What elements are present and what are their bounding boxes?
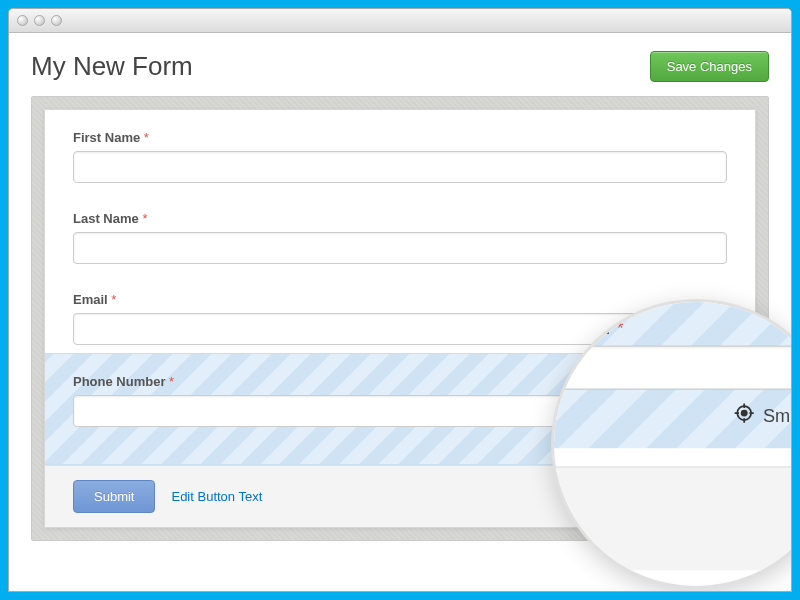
submit-button[interactable]: Submit (73, 480, 155, 513)
smart-field-tag[interactable]: Smart Field (73, 435, 727, 450)
minimize-icon[interactable] (34, 15, 45, 26)
field-first-name[interactable]: First Name * (45, 110, 755, 191)
label-text: First Name (73, 130, 140, 145)
smart-field-label: Smart Field (661, 435, 727, 450)
label-text: Last Name (73, 211, 139, 226)
required-marker: * (142, 211, 147, 226)
phone-label: Phone Number * (73, 374, 727, 389)
form-canvas: First Name * Last Name * Email * (31, 96, 769, 541)
form-footer: Submit Edit Button Text (45, 465, 755, 527)
svg-point-1 (647, 441, 651, 445)
page-content: My New Form Save Changes First Name * La… (9, 33, 791, 541)
page-title: My New Form (31, 51, 193, 82)
required-marker: * (144, 130, 149, 145)
required-marker: * (111, 292, 116, 307)
last-name-input[interactable] (73, 232, 727, 264)
email-input[interactable] (73, 313, 727, 345)
required-marker: * (169, 374, 174, 389)
window-titlebar (9, 9, 791, 33)
close-icon[interactable] (17, 15, 28, 26)
browser-window: My New Form Save Changes First Name * La… (8, 8, 792, 592)
label-text: Email (73, 292, 108, 307)
phone-input[interactable] (73, 395, 727, 427)
email-label: Email * (73, 292, 727, 307)
first-name-label: First Name * (73, 130, 727, 145)
first-name-input[interactable] (73, 151, 727, 183)
edit-button-text-link[interactable]: Edit Button Text (171, 489, 262, 504)
zoom-icon[interactable] (51, 15, 62, 26)
field-last-name[interactable]: Last Name * (45, 191, 755, 272)
last-name-label: Last Name * (73, 211, 727, 226)
form-panel: First Name * Last Name * Email * (44, 109, 756, 528)
target-icon (642, 436, 656, 450)
field-phone-number[interactable]: Phone Number * Smart Field (45, 353, 755, 465)
field-email[interactable]: Email * (45, 272, 755, 353)
label-text: Phone Number (73, 374, 165, 389)
save-changes-button[interactable]: Save Changes (650, 51, 769, 82)
